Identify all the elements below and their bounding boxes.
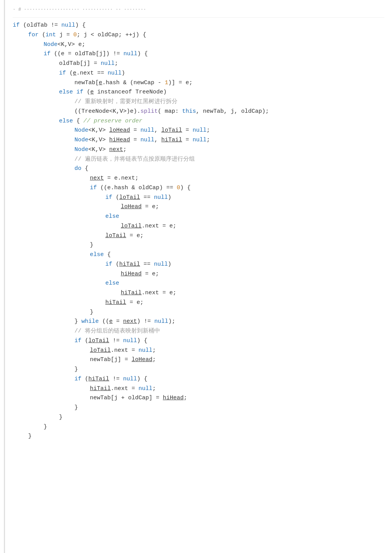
line-8: else if (e instanceof TreeNode) <box>13 88 384 97</box>
line-27: hiHead = e; <box>13 270 384 279</box>
line-21: else <box>13 212 384 222</box>
line-1: if (oldTab != null) { <box>13 21 384 31</box>
line-32: } while ((e = next) != null); <box>13 317 384 327</box>
line-44: } <box>13 432 384 441</box>
line-39: hiTail.next = null; <box>13 384 384 394</box>
line-2: for (int j = 0; j < oldCap; ++j) { <box>13 31 384 40</box>
line-43: } <box>13 422 384 432</box>
line-30: hiTail = e; <box>13 298 384 308</box>
line-37: } <box>13 365 384 375</box>
line-40: newTab[j + oldCap] = hiHead; <box>13 394 384 403</box>
line-20: loHead = e; <box>13 202 384 212</box>
line-16: do { <box>13 164 384 174</box>
line-28: else <box>13 279 384 288</box>
line-19: if (loTail == null) <box>13 193 384 203</box>
line-25: else { <box>13 250 384 260</box>
line-34: if (loTail != null) { <box>13 336 384 346</box>
line-42: } <box>13 413 384 422</box>
line-36: newTab[j] = loHead; <box>13 355 384 365</box>
code-container: · # ···················· ··········· ·· … <box>4 0 392 553</box>
line-41: } <box>13 403 384 413</box>
code-block: if (oldTab != null) { for (int j = 0; j … <box>13 21 384 441</box>
line-9: // 重新映射时，需要对红黑树进行拆分 <box>13 97 384 107</box>
line-12: Node<K,V> loHead = null, loTail = null; <box>13 126 384 136</box>
line-4: if ((e = oldTab[j]) != null) { <box>13 49 384 59</box>
line-3: Node<K,V> e; <box>13 40 384 50</box>
line-31: } <box>13 308 384 317</box>
line-38: if (hiTail != null) { <box>13 375 384 384</box>
line-10: ((TreeNode<K,V>)e).split( map: this, new… <box>13 107 384 117</box>
line-18: if ((e.hash & oldCap) == 0) { <box>13 183 384 193</box>
top-bar-text: · # ···················· ··········· ·· … <box>13 7 146 12</box>
line-6: if (e.next == null) <box>13 69 384 78</box>
line-14: Node<K,V> next; <box>13 145 384 155</box>
line-7: newTab[e.hash & (newCap - 1)] = e; <box>13 78 384 88</box>
line-15: // 遍历链表，并将链表节点按原顺序进行分组 <box>13 155 384 165</box>
line-29: hiTail.next = e; <box>13 288 384 298</box>
top-bar: · # ···················· ··········· ·· … <box>13 4 384 18</box>
line-33: // 将分组后的链表映射到新桶中 <box>13 327 384 336</box>
line-5: oldTab[j] = null; <box>13 59 384 69</box>
line-22: loTail.next = e; <box>13 222 384 231</box>
line-26: if (hiTail == null) <box>13 260 384 270</box>
line-24: } <box>13 241 384 250</box>
line-35: loTail.next = null; <box>13 346 384 356</box>
line-13: Node<K,V> hiHead = null, hiTail = null; <box>13 136 384 145</box>
line-17: next = e.next; <box>13 174 384 183</box>
line-11: else { // preserve order <box>13 117 384 126</box>
line-23: loTail = e; <box>13 231 384 241</box>
